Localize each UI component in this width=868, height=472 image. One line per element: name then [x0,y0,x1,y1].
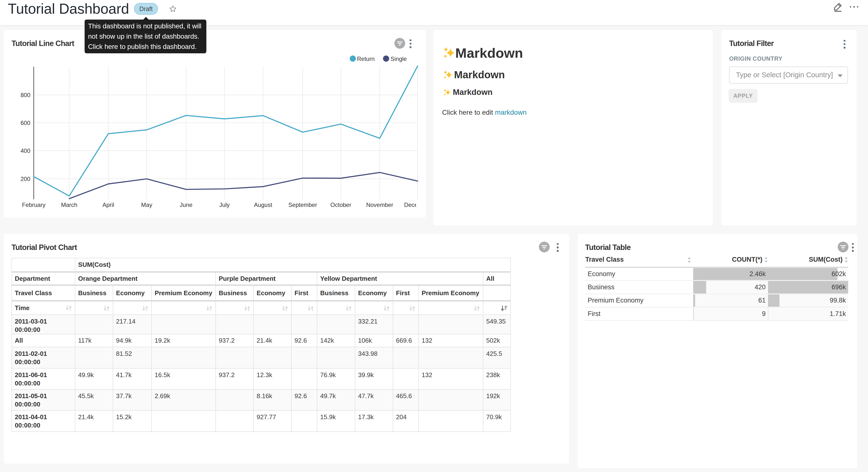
svg-text:March: March [61,202,78,208]
svg-text:December: December [404,202,426,208]
svg-text:November: November [366,202,394,208]
svg-text:200: 200 [21,176,30,182]
svg-text:April: April [102,202,114,208]
svg-text:October: October [330,202,351,208]
svg-text:July: July [219,202,230,208]
svg-text:800: 800 [21,92,30,98]
svg-text:August: August [254,202,272,208]
svg-text:600: 600 [21,120,30,126]
svg-text:June: June [180,202,192,208]
svg-text:September: September [288,202,317,208]
svg-text:400: 400 [21,147,30,154]
svg-text:Single: Single [391,56,407,62]
svg-text:May: May [141,202,152,208]
svg-text:February: February [22,202,45,208]
svg-text:Return: Return [357,56,375,62]
